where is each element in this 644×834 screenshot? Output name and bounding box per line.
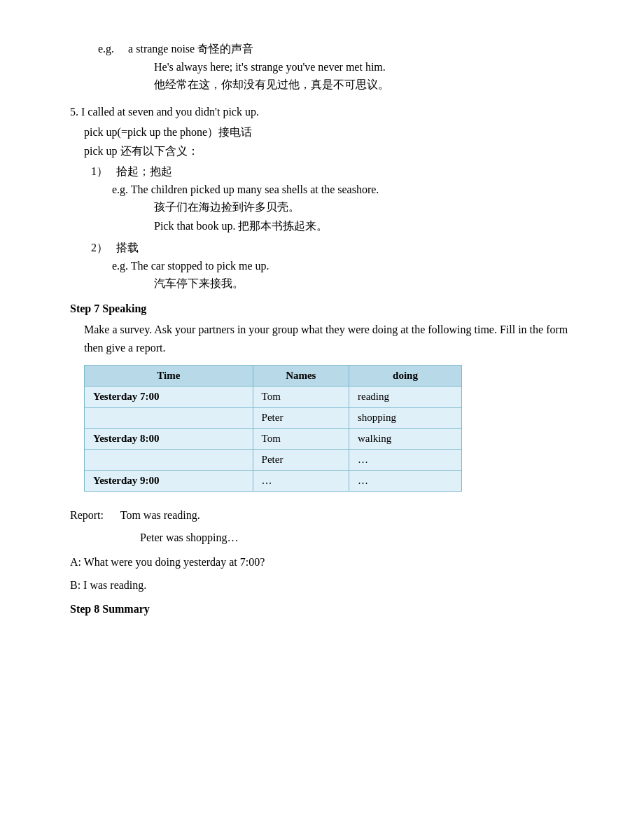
table-cell-name-5: … [253, 471, 349, 492]
eg-text1: a strange noise 奇怪的声音 [128, 43, 253, 55]
report-line2: Peter was shopping… [140, 528, 588, 547]
table-cell-doing-2: shopping [349, 408, 462, 429]
table-cell-doing-4: … [349, 450, 462, 471]
table-cell-name-1: Tom [253, 387, 349, 408]
pickup-def: pick up(=pick up the phone）接电话 [84, 125, 588, 140]
table-row: Yesterday 8:00 Tom walking [85, 429, 462, 450]
table-row: Yesterday 9:00 … … [85, 471, 462, 492]
table-row: Yesterday 7:00 Tom reading [85, 387, 462, 408]
pickup-eg1: e.g. The children picked up many sea she… [112, 183, 588, 196]
main-content: e.g. a strange noise 奇怪的声音 He's always h… [70, 42, 588, 616]
survey-intro: Make a survey. Ask your partners in your… [84, 321, 588, 356]
table-header-doing: doing [349, 366, 462, 387]
eg-sentence: He's always here; it's strange you've ne… [154, 61, 588, 74]
pickup-item2: 2） 搭载 [91, 241, 588, 256]
eg-strange-noise: e.g. a strange noise 奇怪的声音 [98, 42, 588, 57]
report-section: Report: Tom was reading. Peter was shopp… [70, 506, 588, 546]
pickup-eg1-cn: 孩子们在海边捡到许多贝壳。 [154, 200, 588, 215]
table-cell-doing-1: reading [349, 387, 462, 408]
table-cell-time-2 [85, 408, 253, 429]
pickup-eg1b: Pick that book up. 把那本书拣起来。 [154, 219, 588, 234]
report-text1: Tom was reading. [120, 509, 200, 521]
report-label: Report: [70, 509, 104, 521]
qa-a: A: What were you doing yesterday at 7:00… [70, 552, 588, 571]
table-row: Peter … [85, 450, 462, 471]
table-cell-time-4 [85, 450, 253, 471]
report-line1: Report: Tom was reading. [70, 506, 588, 524]
pickup-eg2: e.g. The car stopped to pick me up. [112, 260, 588, 272]
pickup-eg2-cn: 汽车停下来接我。 [154, 277, 588, 291]
pickup-item1: 1） 拾起；抱起 [91, 165, 588, 179]
table-cell-name-2: Peter [253, 408, 349, 429]
section-5: 5. I called at seven and you didn't pick… [70, 102, 588, 291]
table-cell-doing-5: … [349, 471, 462, 492]
pickup-also: pick up 还有以下含义： [84, 144, 588, 159]
table-header-time: Time [85, 366, 253, 387]
table-row: Peter shopping [85, 408, 462, 429]
table-cell-time-1: Yesterday 7:00 [85, 387, 253, 408]
table-cell-time-3: Yesterday 8:00 [85, 429, 253, 450]
step7-heading: Step 7 Speaking [70, 303, 588, 315]
table-cell-time-5: Yesterday 9:00 [85, 471, 253, 492]
eg-sentence-cn: 他经常在这，你却没有见过他，真是不可思议。 [154, 78, 588, 92]
table-header-names: Names [253, 366, 349, 387]
section5-heading: 5. I called at seven and you didn't pick… [70, 102, 588, 121]
survey-table: Time Names doing Yesterday 7:00 Tom read… [84, 365, 462, 492]
table-cell-name-3: Tom [253, 429, 349, 450]
table-cell-name-4: Peter [253, 450, 349, 471]
eg-label: e.g. [98, 43, 114, 55]
qa-b: B: I was reading. [70, 576, 588, 595]
step8-heading: Step 8 Summary [70, 603, 588, 616]
table-cell-doing-3: walking [349, 429, 462, 450]
